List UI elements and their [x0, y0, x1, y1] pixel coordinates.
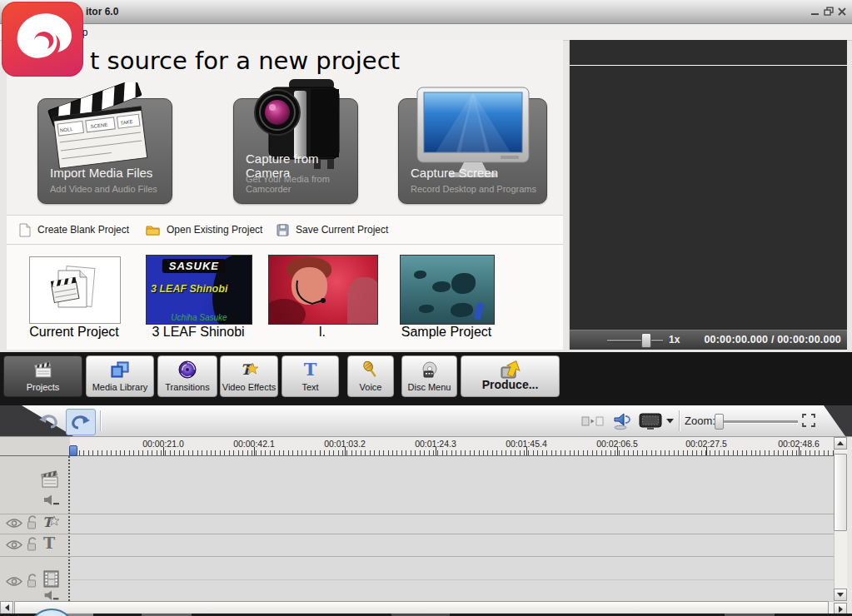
capture-camera-subtitle: Get Your Media from Camcorder [246, 174, 357, 194]
tab-disc-menu[interactable]: Disc Menu [401, 355, 457, 397]
tab-media-library-label: Media Library [87, 382, 153, 392]
effects-icon: T [221, 360, 277, 380]
capture-camera-button[interactable]: Capture from Camera Get Your Media from … [233, 98, 358, 204]
clapperboard-icon [4, 360, 82, 380]
arrow-right-icon [839, 606, 843, 613]
tab-produce[interactable]: Produce... [461, 355, 560, 397]
fish-shape [414, 271, 427, 279]
title-bar: itor 6.0 [0, 0, 852, 24]
horizontal-scrollbar-thumb[interactable] [14, 601, 829, 614]
current-project-label: Current Project [16, 325, 132, 340]
project-label-l: l. [264, 325, 381, 340]
capture-screen-subtitle: Record Desktop and Programs [411, 184, 536, 194]
tab-media-library[interactable]: Media Library [86, 355, 154, 397]
menu-bar: lp [0, 24, 852, 41]
redo-button[interactable] [66, 409, 96, 435]
timeline-ruler[interactable]: 00:00:21.0 00:00:42.1 00:01:03.2 00:01:2… [0, 437, 834, 456]
scroll-down-button[interactable] [834, 589, 847, 601]
filmstrip-icon [87, 360, 153, 380]
project-label-3-leaf-shinobi: 3 LEAF Shinobi [140, 325, 257, 340]
track-separator [0, 534, 834, 534]
ruler-major-tick [345, 447, 346, 455]
undo-button[interactable] [35, 410, 62, 433]
ruler-ticks [70, 450, 834, 455]
zoom-slider-track[interactable] [715, 420, 798, 423]
scroll-up-button[interactable] [834, 437, 847, 450]
ruler-major-tick [617, 447, 618, 455]
playhead-marker[interactable] [69, 445, 77, 456]
lock-open-icon[interactable] [26, 514, 37, 529]
audio-mixer-button[interactable] [610, 410, 634, 432]
svg-text:SCENE: SCENE [90, 122, 107, 129]
open-existing-project-label: Open Existing Project [167, 224, 262, 236]
import-media-button[interactable]: NOLL SCENE TAKE Import Media Files Add V… [37, 98, 172, 204]
zoom-label: Zoom: [685, 415, 715, 427]
capture-screen-button[interactable]: Capture Screen Record Desktop and Progra… [398, 98, 547, 204]
microphone-icon [348, 360, 393, 380]
toolbar-separator [100, 410, 101, 431]
audio-mute-icon[interactable] [43, 590, 60, 601]
project-thumbnail-3-leaf-shinobi[interactable]: SASUKE 3 LEAF Shinobi Uchiha Sasuke [146, 255, 252, 325]
open-existing-project-button[interactable]: Open Existing Project [146, 216, 262, 244]
screen-mode-icon [639, 413, 662, 430]
eye-icon[interactable] [5, 576, 23, 587]
diver-shape [473, 303, 483, 320]
tab-transitions[interactable]: Transitions [157, 355, 217, 397]
effects-track-icon: T [42, 514, 60, 530]
project-thumbnail-l[interactable] [268, 255, 378, 325]
tab-projects[interactable]: Projects [3, 355, 82, 397]
eye-icon[interactable] [5, 539, 23, 550]
project-label-sample: Sample Project [388, 325, 505, 340]
project-thumbnail-sample[interactable] [400, 255, 495, 325]
create-blank-project-button[interactable]: Create Blank Project [19, 216, 129, 244]
svg-text:TAKE: TAKE [120, 119, 133, 126]
lock-open-icon[interactable] [26, 536, 37, 551]
split-view-icon [581, 415, 604, 427]
arrow-left-icon [5, 604, 9, 611]
tab-transitions-label: Transitions [158, 382, 217, 392]
speed-slider-track[interactable] [607, 340, 663, 341]
minimize-button[interactable] [809, 5, 822, 17]
preview-control-bar: 1x 00:00:00.000 / 00:00:00.000 [570, 330, 847, 350]
split-view-button[interactable] [578, 414, 606, 429]
audio-mute-icon[interactable] [43, 494, 60, 506]
preview-divider [570, 65, 847, 66]
window-title: itor 6.0 [86, 6, 118, 17]
tab-video-effects[interactable]: T Video Effects [220, 355, 278, 397]
fish-shape [451, 273, 476, 294]
fish-shape [419, 305, 434, 313]
screen-mode-button[interactable] [636, 412, 665, 430]
swirl-logo-icon [7, 7, 77, 72]
page-title: t source for a new project [90, 47, 400, 75]
fish-shape [432, 281, 451, 292]
eye-icon[interactable] [5, 518, 23, 529]
save-icon [277, 224, 289, 236]
tab-video-effects-label: Video Effects [221, 382, 277, 392]
restore-button[interactable] [822, 5, 835, 17]
tab-disc-menu-label: Disc Menu [402, 382, 456, 392]
ruler-major-tick [526, 447, 527, 455]
scroll-left-button[interactable] [0, 601, 13, 614]
tab-text[interactable]: T Text [282, 355, 339, 397]
recent-projects-area: Current Project SASUKE 3 LEAF Shinobi Uc… [7, 245, 563, 350]
redo-icon [71, 414, 91, 430]
screen-mode-dropdown[interactable] [665, 417, 675, 425]
zoom-slider-thumb[interactable] [715, 414, 724, 430]
speed-slider-thumb[interactable] [641, 333, 651, 348]
current-project-thumbnail[interactable] [29, 256, 121, 324]
vertical-scrollbar-thumb[interactable] [834, 454, 847, 531]
close-button[interactable] [835, 5, 849, 17]
disc-icon [402, 360, 456, 380]
fish-shape [451, 303, 473, 316]
lock-open-icon[interactable] [26, 573, 37, 588]
save-current-project-label: Save Current Project [296, 224, 388, 236]
ruler-header-spacer [0, 437, 70, 455]
save-current-project-button[interactable]: Save Current Project [277, 216, 388, 244]
fit-timeline-button[interactable] [800, 412, 817, 429]
tab-voice[interactable]: Voice [347, 355, 394, 397]
blue-speaker-icon [612, 411, 632, 431]
close-icon [837, 7, 847, 17]
logo-overlay [2, 2, 83, 77]
project-actions-row: Create Blank Project Open Existing Proje… [7, 215, 563, 245]
chevron-down-icon [666, 419, 674, 424]
